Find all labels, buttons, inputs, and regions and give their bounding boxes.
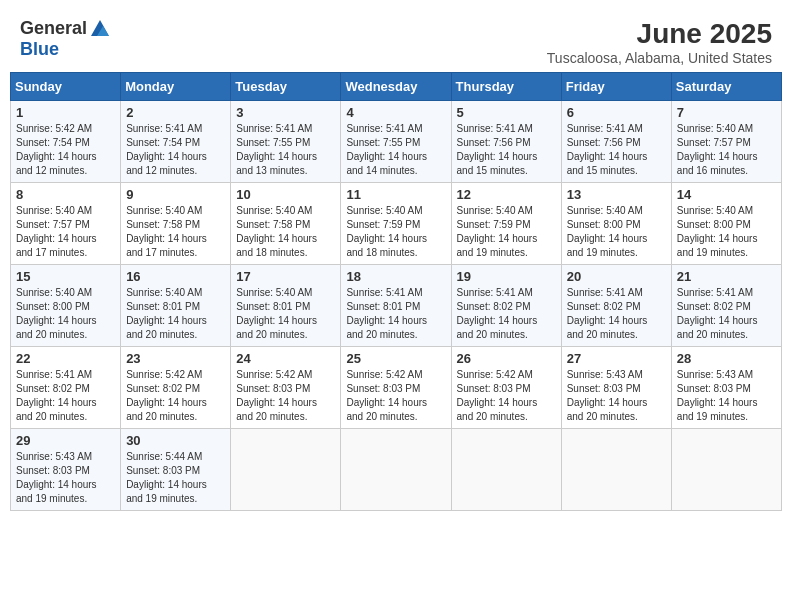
day-number: 14 — [677, 187, 776, 202]
logo-icon — [89, 18, 111, 40]
day-info: Sunrise: 5:40 AM Sunset: 8:00 PM Dayligh… — [567, 204, 666, 260]
calendar-cell: 26Sunrise: 5:42 AM Sunset: 8:03 PM Dayli… — [451, 347, 561, 429]
day-info: Sunrise: 5:44 AM Sunset: 8:03 PM Dayligh… — [126, 450, 225, 506]
day-info: Sunrise: 5:42 AM Sunset: 7:54 PM Dayligh… — [16, 122, 115, 178]
calendar-cell: 2Sunrise: 5:41 AM Sunset: 7:54 PM Daylig… — [121, 101, 231, 183]
day-number: 18 — [346, 269, 445, 284]
calendar-week-3: 15Sunrise: 5:40 AM Sunset: 8:00 PM Dayli… — [11, 265, 782, 347]
calendar-week-5: 29Sunrise: 5:43 AM Sunset: 8:03 PM Dayli… — [11, 429, 782, 511]
day-number: 17 — [236, 269, 335, 284]
calendar-cell: 18Sunrise: 5:41 AM Sunset: 8:01 PM Dayli… — [341, 265, 451, 347]
calendar-cell: 15Sunrise: 5:40 AM Sunset: 8:00 PM Dayli… — [11, 265, 121, 347]
day-info: Sunrise: 5:43 AM Sunset: 8:03 PM Dayligh… — [16, 450, 115, 506]
day-number: 25 — [346, 351, 445, 366]
day-number: 12 — [457, 187, 556, 202]
weekday-header-monday: Monday — [121, 73, 231, 101]
day-info: Sunrise: 5:40 AM Sunset: 7:57 PM Dayligh… — [677, 122, 776, 178]
day-number: 1 — [16, 105, 115, 120]
calendar-cell: 8Sunrise: 5:40 AM Sunset: 7:57 PM Daylig… — [11, 183, 121, 265]
day-number: 2 — [126, 105, 225, 120]
day-number: 20 — [567, 269, 666, 284]
logo-text-blue: Blue — [20, 40, 59, 60]
day-info: Sunrise: 5:40 AM Sunset: 8:01 PM Dayligh… — [126, 286, 225, 342]
day-number: 23 — [126, 351, 225, 366]
calendar-cell: 4Sunrise: 5:41 AM Sunset: 7:55 PM Daylig… — [341, 101, 451, 183]
day-info: Sunrise: 5:42 AM Sunset: 8:03 PM Dayligh… — [346, 368, 445, 424]
calendar-cell: 6Sunrise: 5:41 AM Sunset: 7:56 PM Daylig… — [561, 101, 671, 183]
day-number: 21 — [677, 269, 776, 284]
day-info: Sunrise: 5:40 AM Sunset: 7:59 PM Dayligh… — [346, 204, 445, 260]
calendar-cell: 24Sunrise: 5:42 AM Sunset: 8:03 PM Dayli… — [231, 347, 341, 429]
logo: General Blue — [20, 18, 111, 60]
day-number: 7 — [677, 105, 776, 120]
day-number: 3 — [236, 105, 335, 120]
day-number: 19 — [457, 269, 556, 284]
day-number: 5 — [457, 105, 556, 120]
day-number: 6 — [567, 105, 666, 120]
weekday-header-sunday: Sunday — [11, 73, 121, 101]
calendar-cell: 12Sunrise: 5:40 AM Sunset: 7:59 PM Dayli… — [451, 183, 561, 265]
title-area: June 2025 Tuscaloosa, Alabama, United St… — [547, 18, 772, 66]
logo-text-general: General — [20, 19, 87, 39]
weekday-header-row: SundayMondayTuesdayWednesdayThursdayFrid… — [11, 73, 782, 101]
day-number: 22 — [16, 351, 115, 366]
calendar-cell: 11Sunrise: 5:40 AM Sunset: 7:59 PM Dayli… — [341, 183, 451, 265]
day-number: 9 — [126, 187, 225, 202]
day-info: Sunrise: 5:42 AM Sunset: 8:03 PM Dayligh… — [457, 368, 556, 424]
weekday-header-friday: Friday — [561, 73, 671, 101]
calendar-cell: 13Sunrise: 5:40 AM Sunset: 8:00 PM Dayli… — [561, 183, 671, 265]
day-info: Sunrise: 5:40 AM Sunset: 8:01 PM Dayligh… — [236, 286, 335, 342]
day-info: Sunrise: 5:41 AM Sunset: 8:02 PM Dayligh… — [677, 286, 776, 342]
day-number: 27 — [567, 351, 666, 366]
calendar-cell: 3Sunrise: 5:41 AM Sunset: 7:55 PM Daylig… — [231, 101, 341, 183]
day-info: Sunrise: 5:40 AM Sunset: 7:57 PM Dayligh… — [16, 204, 115, 260]
header: General Blue June 2025 Tuscaloosa, Alaba… — [10, 10, 782, 72]
calendar-cell: 9Sunrise: 5:40 AM Sunset: 7:58 PM Daylig… — [121, 183, 231, 265]
calendar-week-2: 8Sunrise: 5:40 AM Sunset: 7:57 PM Daylig… — [11, 183, 782, 265]
weekday-header-thursday: Thursday — [451, 73, 561, 101]
day-info: Sunrise: 5:41 AM Sunset: 8:01 PM Dayligh… — [346, 286, 445, 342]
day-number: 26 — [457, 351, 556, 366]
day-number: 13 — [567, 187, 666, 202]
calendar-cell: 25Sunrise: 5:42 AM Sunset: 8:03 PM Dayli… — [341, 347, 451, 429]
calendar-week-1: 1Sunrise: 5:42 AM Sunset: 7:54 PM Daylig… — [11, 101, 782, 183]
weekday-header-tuesday: Tuesday — [231, 73, 341, 101]
day-info: Sunrise: 5:40 AM Sunset: 7:58 PM Dayligh… — [126, 204, 225, 260]
calendar-cell: 19Sunrise: 5:41 AM Sunset: 8:02 PM Dayli… — [451, 265, 561, 347]
day-number: 10 — [236, 187, 335, 202]
calendar-cell — [231, 429, 341, 511]
calendar-subtitle: Tuscaloosa, Alabama, United States — [547, 50, 772, 66]
day-number: 11 — [346, 187, 445, 202]
day-info: Sunrise: 5:41 AM Sunset: 8:02 PM Dayligh… — [457, 286, 556, 342]
calendar-cell: 10Sunrise: 5:40 AM Sunset: 7:58 PM Dayli… — [231, 183, 341, 265]
calendar-cell: 1Sunrise: 5:42 AM Sunset: 7:54 PM Daylig… — [11, 101, 121, 183]
weekday-header-wednesday: Wednesday — [341, 73, 451, 101]
day-info: Sunrise: 5:42 AM Sunset: 8:02 PM Dayligh… — [126, 368, 225, 424]
day-number: 28 — [677, 351, 776, 366]
day-info: Sunrise: 5:43 AM Sunset: 8:03 PM Dayligh… — [567, 368, 666, 424]
calendar-cell: 21Sunrise: 5:41 AM Sunset: 8:02 PM Dayli… — [671, 265, 781, 347]
calendar-cell: 7Sunrise: 5:40 AM Sunset: 7:57 PM Daylig… — [671, 101, 781, 183]
calendar-cell — [451, 429, 561, 511]
day-info: Sunrise: 5:40 AM Sunset: 7:58 PM Dayligh… — [236, 204, 335, 260]
day-number: 16 — [126, 269, 225, 284]
calendar-cell: 22Sunrise: 5:41 AM Sunset: 8:02 PM Dayli… — [11, 347, 121, 429]
calendar-cell: 20Sunrise: 5:41 AM Sunset: 8:02 PM Dayli… — [561, 265, 671, 347]
calendar-week-4: 22Sunrise: 5:41 AM Sunset: 8:02 PM Dayli… — [11, 347, 782, 429]
day-info: Sunrise: 5:42 AM Sunset: 8:03 PM Dayligh… — [236, 368, 335, 424]
day-info: Sunrise: 5:40 AM Sunset: 8:00 PM Dayligh… — [16, 286, 115, 342]
day-info: Sunrise: 5:41 AM Sunset: 7:54 PM Dayligh… — [126, 122, 225, 178]
calendar-cell: 30Sunrise: 5:44 AM Sunset: 8:03 PM Dayli… — [121, 429, 231, 511]
calendar-cell: 17Sunrise: 5:40 AM Sunset: 8:01 PM Dayli… — [231, 265, 341, 347]
day-info: Sunrise: 5:41 AM Sunset: 7:55 PM Dayligh… — [346, 122, 445, 178]
day-number: 29 — [16, 433, 115, 448]
day-info: Sunrise: 5:41 AM Sunset: 7:55 PM Dayligh… — [236, 122, 335, 178]
calendar-cell: 23Sunrise: 5:42 AM Sunset: 8:02 PM Dayli… — [121, 347, 231, 429]
day-number: 4 — [346, 105, 445, 120]
weekday-header-saturday: Saturday — [671, 73, 781, 101]
calendar-cell: 16Sunrise: 5:40 AM Sunset: 8:01 PM Dayli… — [121, 265, 231, 347]
calendar-table: SundayMondayTuesdayWednesdayThursdayFrid… — [10, 72, 782, 511]
day-info: Sunrise: 5:43 AM Sunset: 8:03 PM Dayligh… — [677, 368, 776, 424]
calendar-cell: 5Sunrise: 5:41 AM Sunset: 7:56 PM Daylig… — [451, 101, 561, 183]
day-number: 8 — [16, 187, 115, 202]
